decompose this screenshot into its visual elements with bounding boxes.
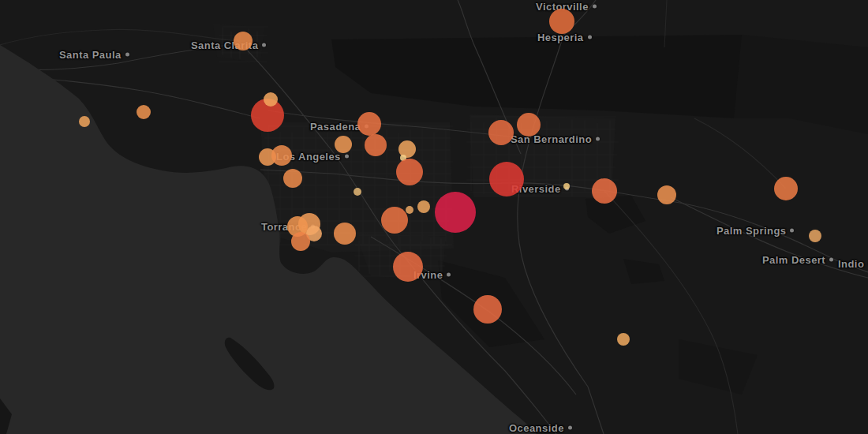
map-bubble[interactable] [365, 134, 387, 156]
map-bubble[interactable] [774, 177, 798, 200]
map-bubble[interactable] [488, 120, 514, 145]
map-bubble[interactable] [354, 188, 361, 196]
map-bubble[interactable] [396, 159, 423, 185]
map-bubble[interactable] [517, 113, 541, 137]
map-bubble[interactable] [334, 223, 356, 245]
map-bubble[interactable] [357, 112, 381, 136]
map-bubble[interactable] [79, 116, 90, 127]
map-bubble[interactable] [549, 9, 574, 34]
map-canvas[interactable]: Santa PaulaSanta ClaritaVictorvilleHespe… [0, 0, 868, 434]
map-bubble[interactable] [283, 169, 302, 188]
map-bubble[interactable] [406, 206, 413, 214]
map-bubble[interactable] [291, 232, 310, 251]
bubble-layer [79, 9, 821, 346]
map-bubble[interactable] [137, 105, 151, 119]
bubble-layer-svg [0, 0, 868, 434]
map-bubble[interactable] [271, 145, 292, 166]
map-bubble[interactable] [489, 162, 524, 196]
map-bubble[interactable] [381, 207, 408, 234]
map-bubble[interactable] [335, 136, 352, 153]
map-bubble[interactable] [417, 200, 430, 213]
map-bubble[interactable] [435, 192, 476, 233]
map-bubble[interactable] [234, 32, 253, 51]
map-bubble[interactable] [657, 185, 676, 204]
map-bubble[interactable] [809, 230, 821, 242]
map-bubble[interactable] [264, 92, 278, 107]
map-bubble[interactable] [563, 183, 570, 189]
map-bubble[interactable] [398, 140, 416, 158]
map-bubble[interactable] [617, 333, 630, 346]
map-bubble[interactable] [393, 252, 423, 282]
map-bubble[interactable] [592, 178, 617, 204]
map-bubble[interactable] [473, 295, 502, 324]
